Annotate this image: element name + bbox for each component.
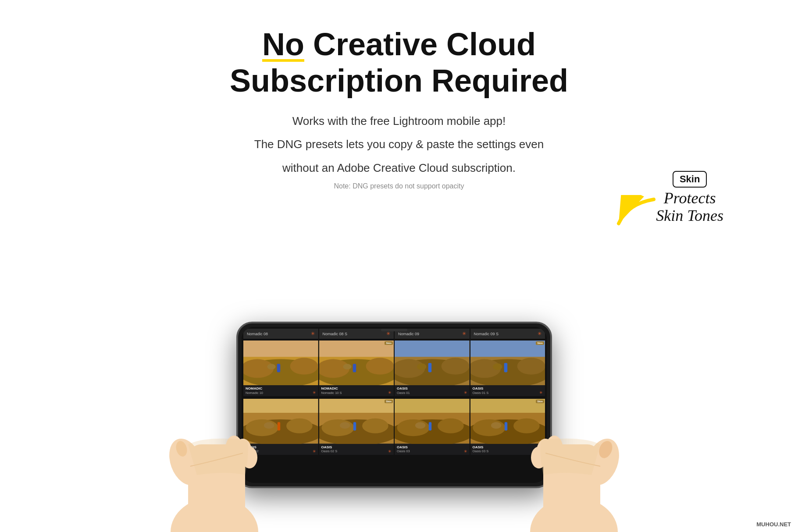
left-hand: [153, 256, 285, 532]
scene-container: Nomadic 08 ✳ Nomadic 08 S ✳ Nomadic 09 ✳…: [153, 234, 635, 532]
svg-point-40: [362, 419, 388, 433]
phone-screen: Nomadic 08 ✳ Nomadic 08 S ✳ Nomadic 09 ✳…: [242, 327, 547, 483]
star-icon-1: ✳: [386, 331, 390, 337]
main-title: No Creative Cloud Subscription Required: [0, 26, 798, 99]
right-hand: [504, 256, 635, 532]
skin-annotation: Skin Protects Skin Tones: [656, 171, 723, 224]
svg-point-39: [321, 419, 354, 436]
svg-point-46: [397, 419, 430, 436]
header-name-1: Nomadic 08 S: [323, 332, 348, 336]
svg-point-47: [438, 419, 464, 433]
svg-point-5: [290, 358, 318, 374]
svg-point-28: [493, 363, 502, 370]
svg-point-49: [415, 422, 425, 429]
watermark: MUHOU.NET: [756, 521, 791, 528]
svg-rect-20: [428, 363, 431, 372]
svg-rect-37: [319, 399, 394, 413]
subtitle-line1: Works with the free Lightroom mobile app…: [0, 112, 798, 131]
svg-rect-13: [353, 364, 356, 372]
star-icon-2: ✳: [462, 331, 466, 337]
star-icon-0: ✳: [311, 331, 315, 337]
preset-cell-nomadic10s[interactable]: Skin NOMADI: [319, 340, 394, 396]
protects-text-line1: Protects: [656, 190, 723, 207]
preset-cell-oasis02s[interactable]: Skin OASIS: [319, 399, 394, 454]
phone-notch: [381, 329, 407, 331]
header-name-3: Nomadic 09 S: [474, 332, 499, 336]
preset-cell-oasis01[interactable]: OASIS Oasis 01 ✳: [395, 340, 470, 396]
svg-point-56: [491, 422, 501, 429]
svg-rect-44: [395, 399, 470, 413]
subtitle-line2: The DNG presets lets you copy & paste th…: [0, 135, 798, 154]
svg-point-53: [473, 419, 506, 436]
svg-point-12: [366, 358, 394, 374]
page-container: No Creative Cloud Subscription Required …: [0, 0, 798, 532]
svg-point-14: [343, 364, 351, 369]
svg-point-33: [286, 419, 313, 433]
skin-label-box: Skin: [673, 171, 707, 188]
svg-rect-16: [395, 340, 470, 357]
svg-rect-9: [319, 340, 394, 357]
highlight-no: No: [262, 26, 304, 63]
svg-rect-41: [353, 422, 356, 431]
protects-text-line2: Skin Tones: [656, 207, 723, 225]
svg-rect-48: [429, 422, 431, 431]
header-section: No Creative Cloud Subscription Required …: [0, 0, 798, 190]
svg-point-19: [442, 358, 470, 374]
preset-cell-oasis03[interactable]: OASIS Oasis 03 ✳: [395, 399, 470, 454]
arrow-icon: [614, 195, 658, 230]
svg-point-42: [339, 422, 349, 429]
svg-point-21: [417, 363, 426, 370]
header-name-2: Nomadic 09: [398, 332, 419, 336]
